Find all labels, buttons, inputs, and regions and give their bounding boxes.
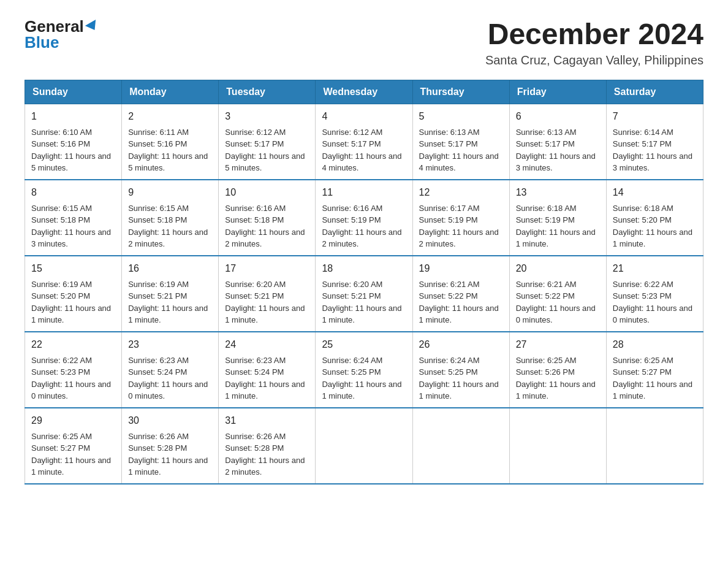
- day-info: Sunrise: 6:19 AMSunset: 5:21 PMDaylight:…: [128, 280, 208, 325]
- day-info: Sunrise: 6:19 AMSunset: 5:20 PMDaylight:…: [31, 280, 111, 325]
- calendar-cell: 8 Sunrise: 6:15 AMSunset: 5:18 PMDayligh…: [25, 180, 122, 256]
- day-info: Sunrise: 6:13 AMSunset: 5:17 PMDaylight:…: [516, 128, 596, 173]
- day-number: 31: [225, 413, 309, 428]
- calendar-cell: 22 Sunrise: 6:22 AMSunset: 5:23 PMDaylig…: [25, 332, 122, 408]
- calendar-cell: 23 Sunrise: 6:23 AMSunset: 5:24 PMDaylig…: [122, 332, 219, 408]
- day-number: 20: [516, 261, 600, 276]
- calendar-cell: 13 Sunrise: 6:18 AMSunset: 5:19 PMDaylig…: [509, 180, 606, 256]
- day-number: 8: [31, 185, 115, 200]
- day-info: Sunrise: 6:24 AMSunset: 5:25 PMDaylight:…: [322, 356, 401, 401]
- title-block: December 2024 Santa Cruz, Cagayan Valley…: [485, 18, 703, 67]
- calendar-cell: [509, 408, 606, 484]
- calendar-week-row: 8 Sunrise: 6:15 AMSunset: 5:18 PMDayligh…: [25, 180, 703, 256]
- day-info: Sunrise: 6:18 AMSunset: 5:19 PMDaylight:…: [516, 204, 596, 249]
- day-info: Sunrise: 6:25 AMSunset: 5:27 PMDaylight:…: [31, 432, 111, 477]
- calendar-cell: 24 Sunrise: 6:23 AMSunset: 5:24 PMDaylig…: [219, 332, 316, 408]
- calendar-cell: 18 Sunrise: 6:20 AMSunset: 5:21 PMDaylig…: [316, 256, 412, 332]
- calendar-cell: 21 Sunrise: 6:22 AMSunset: 5:23 PMDaylig…: [606, 256, 703, 332]
- day-info: Sunrise: 6:15 AMSunset: 5:18 PMDaylight:…: [31, 204, 111, 249]
- calendar-week-row: 15 Sunrise: 6:19 AMSunset: 5:20 PMDaylig…: [25, 256, 703, 332]
- day-info: Sunrise: 6:22 AMSunset: 5:23 PMDaylight:…: [31, 356, 111, 401]
- day-number: 11: [322, 185, 406, 200]
- day-number: 5: [419, 109, 503, 124]
- day-info: Sunrise: 6:20 AMSunset: 5:21 PMDaylight:…: [322, 280, 401, 325]
- day-info: Sunrise: 6:15 AMSunset: 5:18 PMDaylight:…: [128, 204, 208, 249]
- calendar-cell: 14 Sunrise: 6:18 AMSunset: 5:20 PMDaylig…: [606, 180, 703, 256]
- page-header: General Blue December 2024 Santa Cruz, C…: [25, 18, 703, 67]
- day-number: 14: [613, 185, 697, 200]
- day-number: 4: [322, 109, 406, 124]
- page-title: December 2024: [485, 18, 703, 51]
- calendar-cell: 9 Sunrise: 6:15 AMSunset: 5:18 PMDayligh…: [122, 180, 219, 256]
- day-number: 19: [419, 261, 503, 276]
- day-number: 6: [516, 109, 600, 124]
- day-info: Sunrise: 6:26 AMSunset: 5:28 PMDaylight:…: [128, 432, 208, 477]
- calendar-cell: 1 Sunrise: 6:10 AMSunset: 5:16 PMDayligh…: [25, 104, 122, 180]
- logo: General Blue: [25, 18, 99, 50]
- day-number: 26: [419, 337, 503, 352]
- day-number: 13: [516, 185, 600, 200]
- day-number: 28: [613, 337, 697, 352]
- day-info: Sunrise: 6:23 AMSunset: 5:24 PMDaylight:…: [225, 356, 305, 401]
- calendar-cell: 25 Sunrise: 6:24 AMSunset: 5:25 PMDaylig…: [316, 332, 412, 408]
- day-info: Sunrise: 6:14 AMSunset: 5:17 PMDaylight:…: [613, 128, 692, 173]
- day-info: Sunrise: 6:24 AMSunset: 5:25 PMDaylight:…: [419, 356, 499, 401]
- calendar-cell: 12 Sunrise: 6:17 AMSunset: 5:19 PMDaylig…: [412, 180, 509, 256]
- day-number: 27: [516, 337, 600, 352]
- day-info: Sunrise: 6:25 AMSunset: 5:27 PMDaylight:…: [613, 356, 692, 401]
- day-info: Sunrise: 6:10 AMSunset: 5:16 PMDaylight:…: [31, 128, 111, 173]
- calendar-cell: 3 Sunrise: 6:12 AMSunset: 5:17 PMDayligh…: [219, 104, 316, 180]
- day-info: Sunrise: 6:11 AMSunset: 5:16 PMDaylight:…: [128, 128, 208, 173]
- calendar-cell: 5 Sunrise: 6:13 AMSunset: 5:17 PMDayligh…: [412, 104, 509, 180]
- calendar-cell: 4 Sunrise: 6:12 AMSunset: 5:17 PMDayligh…: [316, 104, 412, 180]
- page-subtitle: Santa Cruz, Cagayan Valley, Philippines: [485, 53, 703, 67]
- day-number: 10: [225, 185, 309, 200]
- day-info: Sunrise: 6:20 AMSunset: 5:21 PMDaylight:…: [225, 280, 305, 325]
- calendar-header-tuesday: Tuesday: [219, 80, 316, 104]
- day-number: 29: [31, 413, 115, 428]
- day-info: Sunrise: 6:12 AMSunset: 5:17 PMDaylight:…: [322, 128, 401, 173]
- day-info: Sunrise: 6:16 AMSunset: 5:18 PMDaylight:…: [225, 204, 305, 249]
- day-number: 18: [322, 261, 406, 276]
- calendar-cell: 16 Sunrise: 6:19 AMSunset: 5:21 PMDaylig…: [122, 256, 219, 332]
- calendar-cell: 26 Sunrise: 6:24 AMSunset: 5:25 PMDaylig…: [412, 332, 509, 408]
- day-info: Sunrise: 6:17 AMSunset: 5:19 PMDaylight:…: [419, 204, 499, 249]
- calendar-cell: [606, 408, 703, 484]
- day-info: Sunrise: 6:25 AMSunset: 5:26 PMDaylight:…: [516, 356, 596, 401]
- day-number: 30: [128, 413, 212, 428]
- calendar-header-wednesday: Wednesday: [316, 80, 412, 104]
- day-number: 1: [31, 109, 115, 124]
- day-number: 7: [613, 109, 697, 124]
- logo-triangle-icon: [85, 20, 100, 33]
- day-number: 25: [322, 337, 406, 352]
- calendar-cell: 30 Sunrise: 6:26 AMSunset: 5:28 PMDaylig…: [122, 408, 219, 484]
- calendar-cell: [316, 408, 412, 484]
- calendar-header-row: SundayMondayTuesdayWednesdayThursdayFrid…: [25, 80, 703, 104]
- logo-blue-text: Blue: [25, 34, 59, 50]
- day-number: 22: [31, 337, 115, 352]
- day-number: 12: [419, 185, 503, 200]
- day-number: 17: [225, 261, 309, 276]
- calendar-cell: 29 Sunrise: 6:25 AMSunset: 5:27 PMDaylig…: [25, 408, 122, 484]
- calendar-cell: 17 Sunrise: 6:20 AMSunset: 5:21 PMDaylig…: [219, 256, 316, 332]
- day-info: Sunrise: 6:26 AMSunset: 5:28 PMDaylight:…: [225, 432, 305, 477]
- calendar-cell: 31 Sunrise: 6:26 AMSunset: 5:28 PMDaylig…: [219, 408, 316, 484]
- day-number: 16: [128, 261, 212, 276]
- day-number: 15: [31, 261, 115, 276]
- calendar-cell: 15 Sunrise: 6:19 AMSunset: 5:20 PMDaylig…: [25, 256, 122, 332]
- calendar-cell: [412, 408, 509, 484]
- calendar-header-monday: Monday: [122, 80, 219, 104]
- calendar-week-row: 22 Sunrise: 6:22 AMSunset: 5:23 PMDaylig…: [25, 332, 703, 408]
- calendar-table: SundayMondayTuesdayWednesdayThursdayFrid…: [25, 80, 703, 484]
- day-info: Sunrise: 6:13 AMSunset: 5:17 PMDaylight:…: [419, 128, 499, 173]
- calendar-cell: 7 Sunrise: 6:14 AMSunset: 5:17 PMDayligh…: [606, 104, 703, 180]
- calendar-cell: 2 Sunrise: 6:11 AMSunset: 5:16 PMDayligh…: [122, 104, 219, 180]
- day-info: Sunrise: 6:22 AMSunset: 5:23 PMDaylight:…: [613, 280, 692, 325]
- day-number: 2: [128, 109, 212, 124]
- calendar-cell: 20 Sunrise: 6:21 AMSunset: 5:22 PMDaylig…: [509, 256, 606, 332]
- calendar-week-row: 29 Sunrise: 6:25 AMSunset: 5:27 PMDaylig…: [25, 408, 703, 484]
- calendar-header-saturday: Saturday: [606, 80, 703, 104]
- day-info: Sunrise: 6:23 AMSunset: 5:24 PMDaylight:…: [128, 356, 208, 401]
- day-info: Sunrise: 6:16 AMSunset: 5:19 PMDaylight:…: [322, 204, 401, 249]
- day-number: 21: [613, 261, 697, 276]
